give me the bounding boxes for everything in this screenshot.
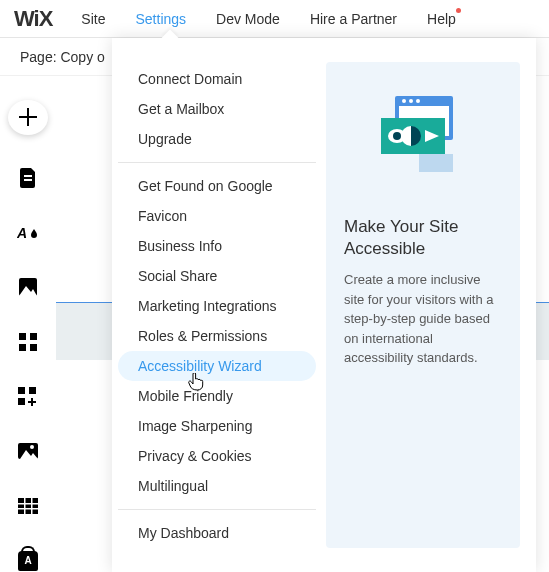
rail-pages-button[interactable] (8, 167, 48, 190)
svg-rect-13 (18, 498, 38, 514)
svg-rect-0 (24, 175, 32, 177)
svg-rect-14 (18, 503, 38, 505)
svg-rect-7 (30, 344, 37, 351)
svg-rect-5 (30, 333, 37, 340)
wix-logo[interactable]: WiX (14, 6, 52, 32)
notification-dot-icon (456, 8, 461, 13)
svg-point-21 (409, 99, 413, 103)
svg-point-22 (416, 99, 420, 103)
menu-accessibility-label: Accessibility Wizard (138, 358, 262, 374)
svg-rect-26 (419, 154, 453, 172)
top-nav: Site Settings Dev Mode Hire a Partner He… (66, 0, 470, 38)
page-strip-label: Page: Copy o (20, 49, 105, 65)
nav-help[interactable]: Help (412, 0, 471, 38)
plus-icon (19, 108, 37, 126)
nav-hire-partner[interactable]: Hire a Partner (295, 0, 412, 38)
menu-roles-permissions[interactable]: Roles & Permissions (118, 321, 316, 351)
nav-dev-mode[interactable]: Dev Mode (201, 0, 295, 38)
rail-apps-button[interactable] (8, 331, 48, 354)
nav-settings[interactable]: Settings (120, 0, 201, 38)
menu-upgrade[interactable]: Upgrade (118, 124, 316, 154)
settings-menu-list: Connect Domain Get a Mailbox Upgrade Get… (112, 56, 322, 554)
svg-point-25 (393, 132, 401, 140)
svg-rect-1 (24, 179, 32, 181)
menu-get-mailbox[interactable]: Get a Mailbox (118, 94, 316, 124)
svg-point-20 (402, 99, 406, 103)
store-a-icon: A (18, 551, 38, 571)
left-tool-rail: A A (0, 76, 56, 572)
paint-drop-icon: A (17, 223, 39, 243)
rail-data-button[interactable] (8, 495, 48, 518)
rail-add-apps-button[interactable] (8, 385, 48, 408)
menu-connect-domain[interactable]: Connect Domain (118, 64, 316, 94)
menu-business-info[interactable]: Business Info (118, 231, 316, 261)
svg-rect-15 (18, 508, 38, 510)
menu-get-found-google[interactable]: Get Found on Google (118, 171, 316, 201)
menu-image-sharpening[interactable]: Image Sharpening (118, 411, 316, 441)
nav-site[interactable]: Site (66, 0, 120, 38)
menu-privacy-cookies[interactable]: Privacy & Cookies (118, 441, 316, 471)
svg-rect-10 (18, 398, 25, 405)
media-icon (18, 443, 38, 459)
settings-group-3: My Dashboard (118, 510, 316, 556)
page-icon (19, 168, 37, 188)
menu-multilingual[interactable]: Multilingual (118, 471, 316, 501)
svg-rect-9 (29, 387, 36, 394)
menu-marketing-integrations[interactable]: Marketing Integrations (118, 291, 316, 321)
menu-favicon[interactable]: Favicon (118, 201, 316, 231)
svg-point-12 (30, 445, 34, 449)
menu-accessibility-wizard[interactable]: Accessibility Wizard (118, 351, 316, 381)
settings-info-panel: Make Your Site Accessible Create a more … (326, 62, 520, 548)
svg-rect-17 (31, 498, 33, 514)
settings-group-2: Get Found on Google Favicon Business Inf… (118, 163, 316, 510)
rail-theme-button[interactable]: A (8, 221, 48, 244)
menu-social-share[interactable]: Social Share (118, 261, 316, 291)
svg-rect-6 (19, 344, 26, 351)
settings-dropdown: Connect Domain Get a Mailbox Upgrade Get… (112, 38, 536, 572)
svg-rect-16 (24, 498, 26, 514)
svg-rect-8 (18, 387, 25, 394)
info-panel-body: Create a more inclusive site for your vi… (344, 270, 502, 368)
rail-media-button[interactable] (8, 440, 48, 463)
svg-text:A: A (17, 225, 27, 241)
apps-plus-icon (18, 387, 38, 407)
top-bar: WiX Site Settings Dev Mode Hire a Partne… (0, 0, 549, 38)
settings-group-1: Connect Domain Get a Mailbox Upgrade (118, 56, 316, 163)
image-fill-icon (19, 278, 37, 296)
table-icon (18, 498, 38, 514)
add-button[interactable] (8, 100, 48, 135)
svg-rect-4 (19, 333, 26, 340)
rail-background-button[interactable] (8, 276, 48, 299)
menu-my-dashboard[interactable]: My Dashboard (118, 518, 316, 548)
accessibility-illustration-icon (381, 96, 465, 172)
menu-mobile-friendly[interactable]: Mobile Friendly (118, 381, 316, 411)
info-panel-title: Make Your Site Accessible (344, 216, 502, 260)
nav-help-label: Help (427, 11, 456, 27)
apps-grid-icon (19, 333, 37, 351)
rail-store-button[interactable]: A (8, 549, 48, 572)
